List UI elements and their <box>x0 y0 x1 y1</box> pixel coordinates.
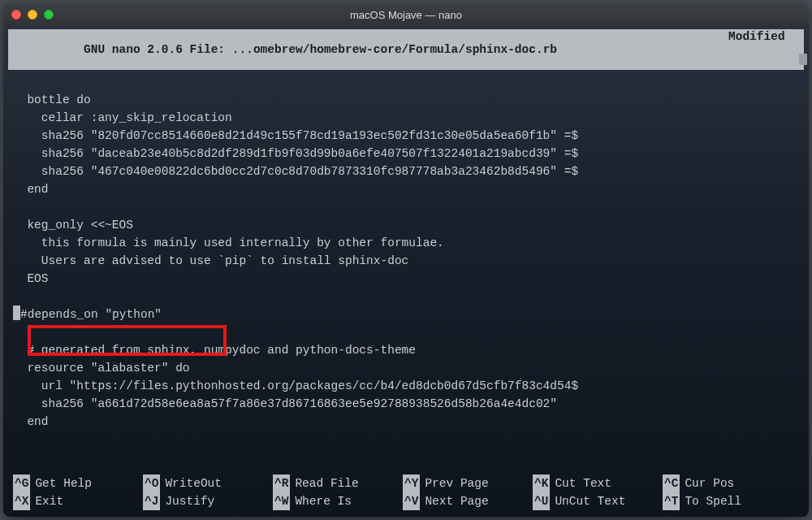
help-label: WriteOut <box>165 474 222 492</box>
help-key: ^W <box>273 492 290 510</box>
help-item: ^WWhere Is <box>273 492 403 510</box>
help-key: ^T <box>663 492 680 510</box>
nano-status-bar: GNU nano 2.0.6 File: ...omebrew/homebrew… <box>8 29 804 70</box>
maximize-icon[interactable] <box>44 10 54 20</box>
editor-line[interactable]: #depends_on "python" <box>13 306 804 323</box>
help-key: ^Y <box>403 474 420 492</box>
window-title: macOS Mojave — nano <box>3 9 809 21</box>
editor-area[interactable]: bottle do cellar :any_skip_relocation sh… <box>8 73 804 474</box>
editor-line[interactable] <box>13 198 804 216</box>
help-key: ^C <box>663 474 680 492</box>
help-label: Next Page <box>425 492 488 510</box>
help-row: ^XExit^JJustify^WWhere Is^VNext Page^UUn… <box>13 492 799 510</box>
help-key: ^V <box>403 492 420 510</box>
editor-line[interactable]: cellar :any_skip_relocation <box>13 109 804 127</box>
help-key: ^R <box>273 474 290 492</box>
help-item: ^KCut Text <box>533 474 663 492</box>
editor-line[interactable] <box>13 288 804 306</box>
terminal-body[interactable]: GNU nano 2.0.6 File: ...omebrew/homebrew… <box>3 26 809 517</box>
modified-indicator: Modified <box>728 30 799 69</box>
close-icon[interactable] <box>11 10 21 20</box>
help-item: ^JJustify <box>143 492 273 510</box>
editor-line[interactable]: sha256 "a661d72d58e6ea8a57f7a86e37d86716… <box>13 395 804 413</box>
editor-line[interactable] <box>13 323 804 341</box>
help-item: ^CCur Pos <box>663 474 793 492</box>
help-key: ^G <box>13 474 30 492</box>
help-row: ^GGet Help^OWriteOut^RRead File^YPrev Pa… <box>13 474 799 492</box>
editor-line[interactable]: end <box>13 180 804 198</box>
nano-app-version: GNU nano 2.0.6 <box>70 43 183 56</box>
help-label: Where Is <box>295 492 352 510</box>
help-label: UnCut Text <box>555 492 625 510</box>
editor-line[interactable]: url "https://files.pythonhosted.org/pack… <box>13 377 804 395</box>
help-label: Prev Page <box>425 474 488 492</box>
editor-line[interactable] <box>13 73 804 91</box>
help-label: Get Help <box>35 474 92 492</box>
help-key: ^X <box>13 492 30 510</box>
terminal-window: macOS Mojave — nano GNU nano 2.0.6 File:… <box>3 3 809 517</box>
editor-line[interactable]: end <box>13 413 804 431</box>
help-label: To Spell <box>685 492 741 510</box>
editor-line[interactable]: bottle do <box>13 91 804 109</box>
editor-line[interactable]: resource "alabaster" do <box>13 359 804 377</box>
nano-help-bar: ^GGet Help^OWriteOut^RRead File^YPrev Pa… <box>8 474 804 514</box>
help-key: ^O <box>143 474 160 492</box>
traffic-lights <box>11 10 54 20</box>
file-label: File: <box>183 43 232 56</box>
scrollbar-thumb[interactable] <box>799 54 807 65</box>
editor-line[interactable]: keg_only <<~EOS <box>13 216 804 234</box>
help-label: Cur Pos <box>685 474 734 492</box>
editor-line[interactable]: sha256 "daceab23e40b5c8d2df289d1fb9f03d9… <box>13 145 804 162</box>
editor-line[interactable]: sha256 "820fd07cc8514660e8d21d49c155f78c… <box>13 127 804 145</box>
help-item: ^YPrev Page <box>403 474 533 492</box>
help-key: ^K <box>533 474 550 492</box>
editor-line[interactable] <box>13 431 804 448</box>
editor-line[interactable]: # generated from sphinx, numpydoc and py… <box>13 341 804 359</box>
help-item: ^RRead File <box>273 474 403 492</box>
editor-line[interactable]: sha256 "467c040e00822dc6bd0cc2d7c0c8d70d… <box>13 162 804 180</box>
help-label: Exit <box>35 492 63 510</box>
help-item: ^OWriteOut <box>143 474 273 492</box>
help-key: ^J <box>143 492 160 510</box>
minimize-icon[interactable] <box>28 10 37 20</box>
help-item: ^GGet Help <box>13 474 143 492</box>
help-label: Justify <box>165 492 214 510</box>
help-item: ^VNext Page <box>403 492 533 510</box>
window-titlebar[interactable]: macOS Mojave — nano <box>3 3 809 26</box>
editor-line[interactable]: this formula is mainly used internally b… <box>13 234 804 252</box>
file-path: ...omebrew/homebrew-core/Formula/sphinx-… <box>232 43 557 56</box>
help-label: Read File <box>295 474 358 492</box>
help-item: ^UUnCut Text <box>533 492 663 510</box>
editor-line[interactable]: Users are advised to use `pip` to instal… <box>13 252 804 270</box>
text-cursor <box>13 306 20 320</box>
help-label: Cut Text <box>555 474 611 492</box>
editor-line[interactable]: EOS <box>13 270 804 288</box>
help-item: ^XExit <box>13 492 143 510</box>
help-item: ^TTo Spell <box>663 492 793 510</box>
help-key: ^U <box>533 492 550 510</box>
